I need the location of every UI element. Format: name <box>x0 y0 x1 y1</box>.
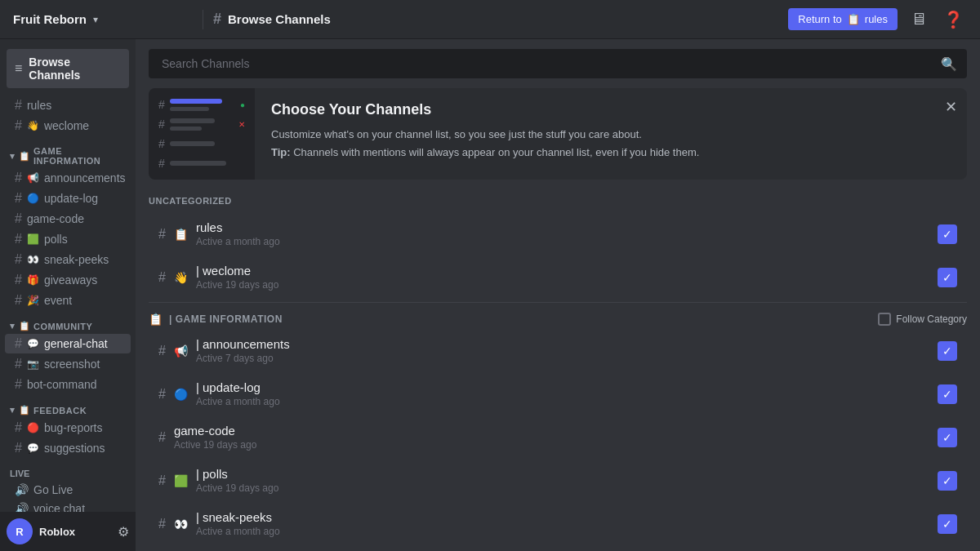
sidebar-item-polls[interactable]: # 🟩 polls <box>5 229 131 249</box>
check-icon[interactable]: ✓ <box>938 341 957 361</box>
hash-icon: # <box>15 357 22 371</box>
emoji-icon: 🔵 <box>174 388 188 401</box>
hash-icon: # <box>15 377 22 392</box>
monitor-icon[interactable]: 🖥 <box>907 7 930 32</box>
channel-label: event <box>44 294 72 307</box>
preview-line <box>170 161 226 166</box>
panel-description: Customize what's on your channel list, s… <box>271 127 951 143</box>
list-item[interactable]: # 📢 | announcements Active 7 days ago ✓ <box>149 329 967 372</box>
emoji-icon: 📋 <box>174 228 188 241</box>
emoji-icon: 🎁 <box>27 274 39 286</box>
sidebar-header: ≡ Browse Channels <box>0 39 136 91</box>
channel-label: bot-command <box>27 378 97 391</box>
list-item[interactable]: # game-code Active 19 days ago ✓ <box>149 415 967 459</box>
section-live: LIVE <box>0 459 136 480</box>
channel-info: | update-log Active a month ago <box>196 380 929 407</box>
category-feedback[interactable]: ▾ 📋 FEEDBACK <box>0 395 136 417</box>
sidebar-browse-label: Browse Channels <box>29 56 121 82</box>
sidebar-item-general-chat[interactable]: # 💬 general-chat <box>5 334 131 353</box>
emoji-icon: 🟩 <box>174 474 188 487</box>
hash-icon: # <box>15 420 22 435</box>
sidebar-item-go-live[interactable]: 🔊 Go Live <box>5 481 131 499</box>
category-name: | GAME INFORMATION <box>169 313 283 325</box>
sidebar-item-update-log[interactable]: # 🔵 update-log <box>5 189 131 208</box>
tip-label: Tip: <box>271 146 291 158</box>
hash-icon: # <box>158 430 166 445</box>
sidebar-item-game-code[interactable]: # game-code <box>5 209 131 229</box>
list-item[interactable]: # 🔵 | update-log Active a month ago ✓ <box>149 372 967 415</box>
panel-preview: # ● # ✕ <box>149 88 255 180</box>
green-dot-icon: ● <box>240 100 245 109</box>
sidebar-item-giveaways[interactable]: # 🎁 giveaways <box>5 270 131 290</box>
preview-row-1: # ● <box>158 98 245 111</box>
check-icon[interactable]: ✓ <box>938 384 957 404</box>
top-bar-actions: Return to 📋 rules 🖥 ❓ <box>788 7 967 33</box>
list-item[interactable]: # 📋 rules Active a month ago ✓ <box>149 212 967 256</box>
check-icon[interactable]: ✓ <box>938 428 957 447</box>
list-item[interactable]: # 👀 | sneak-peeks Active a month ago ✓ <box>149 502 967 545</box>
close-button[interactable]: ✕ <box>945 98 957 116</box>
sidebar-item-weclome[interactable]: # 👋 weclome <box>5 116 131 136</box>
return-to-rules-button[interactable]: Return to 📋 rules <box>788 8 898 30</box>
preview-row-2: # ✕ <box>158 118 245 131</box>
top-bar: Fruit Reborn ▾ # Browse Channels Return … <box>0 0 980 39</box>
red-x-icon: ✕ <box>238 120 245 129</box>
channel-info: | announcements Active 7 days ago <box>196 337 929 364</box>
speaker-icon: 🔊 <box>15 502 29 512</box>
follow-category-button[interactable]: Follow Category <box>878 313 967 326</box>
emoji-icon: 💬 <box>27 442 39 454</box>
channel-meta: Active 7 days ago <box>196 353 929 364</box>
page-title-area: # Browse Channels <box>213 11 778 28</box>
server-name-area[interactable]: Fruit Reborn ▾ <box>13 12 193 26</box>
arrow-icon: ▾ <box>10 321 16 331</box>
sidebar-item-event[interactable]: # 🎉 event <box>5 291 131 310</box>
search-bar: 🔍 <box>136 39 980 88</box>
follow-checkbox[interactable] <box>878 313 891 326</box>
preview-line <box>170 127 202 131</box>
emoji-icon: 👋 <box>174 271 188 284</box>
category-label-area: 📋 | GAME INFORMATION <box>149 313 283 326</box>
channel-meta: Active 19 days ago <box>174 439 929 451</box>
channel-label: giveaways <box>44 273 97 287</box>
channel-meta: Active a month ago <box>196 526 929 537</box>
list-item[interactable]: # 👋 | weclome Active 19 days ago ✓ <box>149 256 967 299</box>
check-icon[interactable]: ✓ <box>938 514 957 534</box>
sidebar-browse-button[interactable]: ≡ Browse Channels <box>7 49 129 88</box>
emoji-icon: 🟩 <box>27 233 39 245</box>
category-game-information[interactable]: ▾ 📋 GAME INFORMATION <box>0 136 136 167</box>
channel-meta: Active a month ago <box>196 236 929 247</box>
sidebar-item-sneak-peeks[interactable]: # 👀 sneak-peeks <box>5 250 131 269</box>
sidebar-item-rules[interactable]: # rules <box>5 96 131 115</box>
check-icon[interactable]: ✓ <box>938 471 957 491</box>
sidebar-item-announcements[interactable]: # 📢 announcements <box>5 168 131 188</box>
list-item[interactable]: # 🎁 | giveaways Active a month ago ✓ <box>149 545 967 551</box>
sidebar-item-screenshot[interactable]: # 📷 screenshot <box>5 354 131 374</box>
list-item[interactable]: # 🟩 | polls Active 19 days ago ✓ <box>149 459 967 502</box>
emoji-icon: 👀 <box>174 518 188 531</box>
username: Roblox <box>39 526 111 538</box>
channel-info: | weclome Active 19 days ago <box>196 264 929 291</box>
channel-label: game-code <box>27 212 84 225</box>
channel-name: rules <box>196 220 929 234</box>
chevron-down-icon: ▾ <box>93 14 98 25</box>
hash-icon: # <box>15 336 22 351</box>
category-community[interactable]: ▾ 📋 COMMUNITY <box>0 311 136 333</box>
sidebar-channels: # rules # 👋 weclome ▾ 📋 GAME INFORMATION… <box>0 91 136 512</box>
hash-icon: # <box>158 227 166 242</box>
channel-label: voice chat <box>33 502 85 512</box>
return-label: Return to <box>798 13 841 25</box>
check-icon[interactable]: ✓ <box>938 224 957 244</box>
settings-icon[interactable]: ⚙ <box>118 524 129 540</box>
channel-meta: Active 19 days ago <box>196 279 929 291</box>
sidebar-item-bot-command[interactable]: # bot-command <box>5 375 131 394</box>
category-label: FEEDBACK <box>33 406 87 415</box>
sidebar-item-suggestions[interactable]: # 💬 suggestions <box>5 438 131 458</box>
help-icon[interactable]: ❓ <box>940 7 967 33</box>
sidebar-item-voice-chat[interactable]: 🔊 voice chat <box>5 500 131 512</box>
sidebar-item-bug-reports[interactable]: # 🔴 bug-reports <box>5 418 131 438</box>
channel-name: | update-log <box>196 380 929 394</box>
check-icon[interactable]: ✓ <box>938 268 957 287</box>
rules-icon: 📋 <box>847 13 860 25</box>
category-emoji: 📋 <box>19 151 31 162</box>
search-input[interactable] <box>149 49 967 78</box>
